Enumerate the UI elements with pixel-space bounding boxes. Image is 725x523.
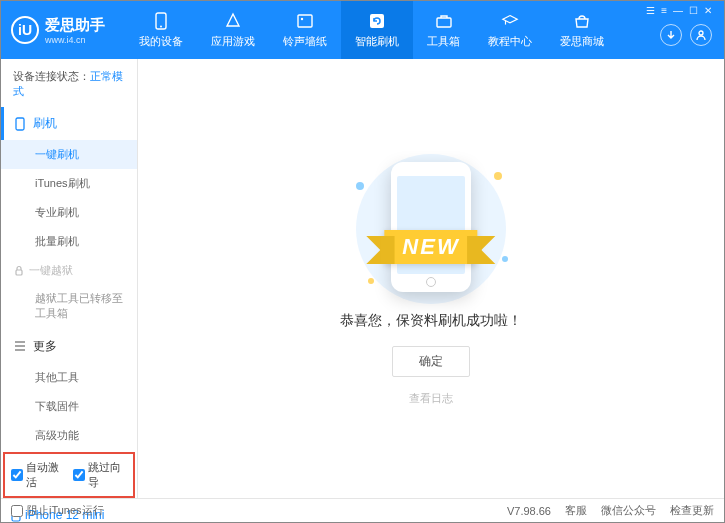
download-button[interactable]	[660, 24, 682, 46]
toolbox-icon	[435, 12, 453, 30]
auto-activate-checkbox[interactable]: 自动激活	[11, 460, 65, 490]
svg-rect-5	[437, 18, 451, 27]
sidebar-item-pro-flash[interactable]: 专业刷机	[1, 198, 137, 227]
sidebar-item-jailbreak: 一键越狱	[1, 256, 137, 285]
view-log-link[interactable]: 查看日志	[409, 391, 453, 406]
maximize-button[interactable]: ☐	[689, 5, 698, 16]
nav-label: 爱思商城	[560, 34, 604, 49]
block-itunes-checkbox[interactable]: 阻止iTunes运行	[11, 503, 104, 518]
success-illustration: NEW	[346, 152, 516, 292]
main-content: NEW 恭喜您，保资料刷机成功啦！ 确定 查看日志	[138, 59, 724, 498]
nav-my-device[interactable]: 我的设备	[125, 1, 197, 59]
nav-tutorials[interactable]: 教程中心	[474, 1, 546, 59]
app-header: iU 爱思助手 www.i4.cn 我的设备 应用游戏 铃声墙纸 智能刷机 工具…	[1, 1, 724, 59]
sidebar-item-itunes-flash[interactable]: iTunes刷机	[1, 169, 137, 198]
skip-guide-checkbox[interactable]: 跳过向导	[73, 460, 127, 490]
nav-label: 我的设备	[139, 34, 183, 49]
list-icon	[13, 339, 27, 353]
store-icon	[573, 12, 591, 30]
phone-icon	[152, 12, 170, 30]
app-url: www.i4.cn	[45, 35, 105, 45]
lock-icon	[13, 265, 25, 277]
settings-icon[interactable]: ≡	[661, 5, 667, 16]
nav-ringtone-wallpaper[interactable]: 铃声墙纸	[269, 1, 341, 59]
apps-icon	[224, 12, 242, 30]
sidebar-options-box: 自动激活 跳过向导	[3, 452, 135, 498]
svg-point-3	[301, 17, 303, 19]
support-link[interactable]: 客服	[565, 503, 587, 518]
svg-rect-8	[16, 270, 22, 275]
logo-block: iU 爱思助手 www.i4.cn	[11, 16, 105, 45]
nav-label: 工具箱	[427, 34, 460, 49]
close-button[interactable]: ✕	[704, 5, 712, 16]
nav-toolbox[interactable]: 工具箱	[413, 1, 474, 59]
nav-label: 应用游戏	[211, 34, 255, 49]
user-button[interactable]	[690, 24, 712, 46]
version-label: V7.98.66	[507, 505, 551, 517]
sidebar-item-oneclick-flash[interactable]: 一键刷机	[1, 140, 137, 169]
confirm-button[interactable]: 确定	[392, 346, 470, 377]
wallpaper-icon	[296, 12, 314, 30]
logo-icon: iU	[11, 16, 39, 44]
nav-label: 铃声墙纸	[283, 34, 327, 49]
svg-rect-2	[298, 15, 312, 27]
nav-label: 教程中心	[488, 34, 532, 49]
svg-rect-7	[16, 118, 24, 130]
svg-point-1	[160, 25, 162, 27]
new-ribbon: NEW	[384, 230, 477, 264]
top-nav: 我的设备 应用游戏 铃声墙纸 智能刷机 工具箱 教程中心 爱思商城	[125, 1, 618, 59]
sidebar-section-flash[interactable]: 刷机	[1, 107, 137, 140]
sidebar-item-advanced[interactable]: 高级功能	[1, 421, 137, 450]
sidebar-item-batch-flash[interactable]: 批量刷机	[1, 227, 137, 256]
minimize-button[interactable]: —	[673, 5, 683, 16]
graduation-icon	[501, 12, 519, 30]
sidebar-item-other-tools[interactable]: 其他工具	[1, 363, 137, 392]
nav-apps-games[interactable]: 应用游戏	[197, 1, 269, 59]
svg-point-6	[699, 31, 703, 35]
phone-icon	[13, 117, 27, 131]
check-update-link[interactable]: 检查更新	[670, 503, 714, 518]
menu-icon[interactable]: ☰	[646, 5, 655, 16]
nav-label: 智能刷机	[355, 34, 399, 49]
connection-status: 设备连接状态：正常模式	[1, 59, 137, 107]
sidebar-section-more[interactable]: 更多	[1, 330, 137, 363]
window-controls: ☰ ≡ — ☐ ✕	[646, 1, 716, 16]
success-message: 恭喜您，保资料刷机成功啦！	[340, 312, 522, 330]
refresh-icon	[368, 12, 386, 30]
sidebar: 设备连接状态：正常模式 刷机 一键刷机 iTunes刷机 专业刷机 批量刷机 一…	[1, 59, 138, 498]
nav-smart-flash[interactable]: 智能刷机	[341, 1, 413, 59]
jailbreak-note: 越狱工具已转移至工具箱	[1, 285, 137, 330]
nav-store[interactable]: 爱思商城	[546, 1, 618, 59]
app-title: 爱思助手	[45, 16, 105, 35]
sidebar-item-download-firmware[interactable]: 下载固件	[1, 392, 137, 421]
wechat-link[interactable]: 微信公众号	[601, 503, 656, 518]
